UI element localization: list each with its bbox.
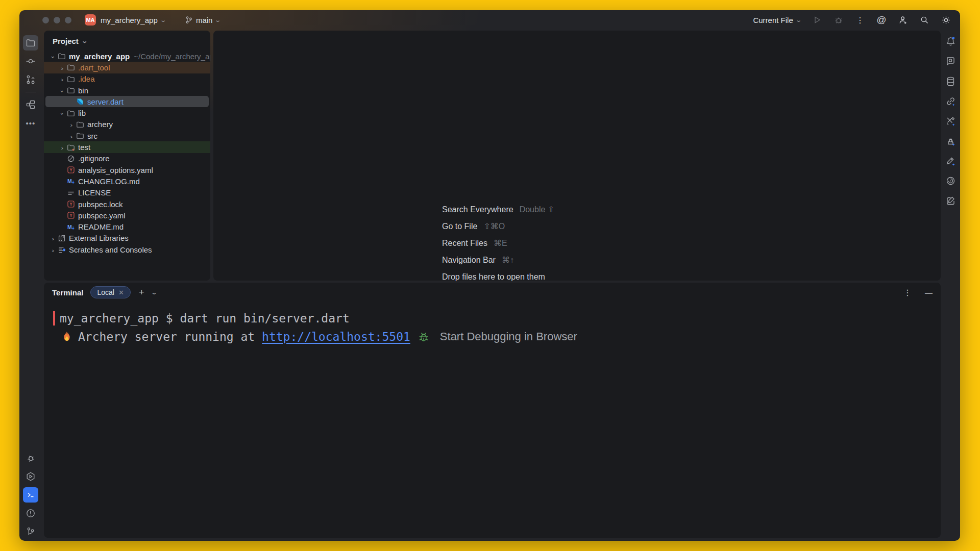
ai-assistant-button[interactable]: @ xyxy=(876,15,887,25)
left-tool-strip: ••• xyxy=(19,30,42,541)
project-tool-icon[interactable] xyxy=(23,35,38,51)
close-window-icon[interactable] xyxy=(42,17,49,23)
services-tool-icon[interactable] xyxy=(23,469,38,484)
tree-item-analysis-options-yaml[interactable]: Yanalysis_options.yaml xyxy=(44,164,210,176)
add-user-button[interactable] xyxy=(898,15,908,25)
version-control-tool-icon[interactable] xyxy=(23,524,38,539)
new-terminal-button[interactable]: + xyxy=(139,287,144,298)
ai-assistant-chat-icon[interactable] xyxy=(945,56,956,67)
ai-edit-pencil-icon[interactable] xyxy=(945,155,956,166)
commit-tool-icon[interactable] xyxy=(23,54,38,69)
tree-item-label: archery xyxy=(87,120,113,129)
chevron-down-icon: ⌄ xyxy=(215,17,222,23)
tree-item-my-archery-app[interactable]: ›my_archery_app~/Code/my_archery_app xyxy=(44,51,210,62)
folder-icon xyxy=(66,86,75,95)
tree-item-label: bin xyxy=(78,86,88,95)
titlebar: MA my_archery_app ⌄ main ⌄ Current File xyxy=(19,10,960,30)
tree-item-label: README.md xyxy=(78,222,124,231)
tree-item-readme-md[interactable]: MREADME.md xyxy=(44,221,210,232)
tree-item-label: .gitignore xyxy=(78,154,110,163)
more-tools-icon[interactable]: ••• xyxy=(23,115,38,131)
pull-requests-tool-icon[interactable] xyxy=(23,72,38,87)
tree-item-changelog-md[interactable]: MCHANGELOG.md xyxy=(44,176,210,187)
tree-chevron-icon[interactable]: › xyxy=(58,86,66,95)
tree-item-label: External Libraries xyxy=(69,234,129,242)
problems-tool-icon[interactable] xyxy=(23,506,38,521)
tree-item--gitignore[interactable]: .gitignore xyxy=(44,153,210,164)
project-badge: MA xyxy=(85,14,96,26)
project-panel-header[interactable]: Project ⌄ xyxy=(44,31,210,48)
tree-item-src[interactable]: ›src xyxy=(44,130,210,141)
editor-empty-area: Search EverywhereDouble ⇧Go to File⇧⌘ORe… xyxy=(213,31,941,281)
dependencies-link-icon[interactable] xyxy=(945,95,956,107)
branch-selector[interactable]: main ⌄ xyxy=(185,16,220,24)
tree-chevron-icon[interactable]: › xyxy=(67,120,76,129)
terminal-command-line: my_archery_app $ dart run bin/server.dar… xyxy=(60,309,350,328)
tree-item-label: .dart_tool xyxy=(78,63,110,72)
tree-item-license[interactable]: LICENSE xyxy=(44,187,210,198)
run-config-label: Current File xyxy=(753,16,793,24)
tree-chevron-icon[interactable]: › xyxy=(49,52,57,61)
tree-chevron-icon[interactable]: › xyxy=(58,143,66,152)
tree-item-archery[interactable]: ›archery xyxy=(44,119,210,130)
project-tree: ›my_archery_app~/Code/my_archery_app›.da… xyxy=(44,51,210,255)
build-tools-icon[interactable] xyxy=(945,115,956,127)
inspections-search-icon[interactable] xyxy=(945,135,956,146)
chevron-down-icon[interactable]: ⌄ xyxy=(150,289,158,296)
settings-gear-icon[interactable] xyxy=(941,15,951,25)
folder-icon xyxy=(66,109,75,117)
tree-item-bin[interactable]: ›bin xyxy=(44,85,210,96)
tree-item-scratches-and-consoles[interactable]: ›Scratches and Consoles xyxy=(44,244,210,255)
maximize-window-icon[interactable] xyxy=(65,17,71,23)
project-selector[interactable]: my_archery_app ⌄ xyxy=(101,16,165,24)
fire-emoji-icon xyxy=(61,330,73,343)
tree-chevron-icon[interactable]: › xyxy=(49,234,57,242)
profiler-icon[interactable] xyxy=(945,175,956,186)
database-icon[interactable] xyxy=(945,76,956,87)
terminal-output[interactable]: my_archery_app $ dart run bin/server.dar… xyxy=(44,302,941,346)
tree-chevron-icon[interactable]: › xyxy=(58,74,66,83)
tree-item--idea[interactable]: ›.idea xyxy=(44,73,210,85)
tree-item-lib[interactable]: ›lib xyxy=(44,107,210,118)
git-branch-icon xyxy=(185,16,193,24)
debug-tool-icon[interactable] xyxy=(23,450,38,466)
tree-item-label: lib xyxy=(78,109,86,117)
tree-chevron-icon[interactable]: › xyxy=(49,245,57,254)
project-panel-title: Project xyxy=(53,37,79,45)
svg-text:Y: Y xyxy=(69,213,72,218)
structure-tool-icon[interactable] xyxy=(23,97,38,112)
window-controls[interactable] xyxy=(42,17,71,23)
debug-button[interactable] xyxy=(834,15,844,25)
tree-item-external-libraries[interactable]: ›External Libraries xyxy=(44,233,210,244)
terminal-tab-local[interactable]: Local ✕ xyxy=(90,286,130,298)
close-tab-icon[interactable]: ✕ xyxy=(118,289,124,296)
tree-item-pubspec-lock[interactable]: Ypubspec.lock xyxy=(44,198,210,210)
search-icon[interactable] xyxy=(919,15,929,25)
svg-text:M: M xyxy=(67,178,72,184)
tree-chevron-icon[interactable]: › xyxy=(58,109,66,117)
minimize-window-icon[interactable] xyxy=(54,17,60,23)
tree-item-server-dart[interactable]: server.dart xyxy=(44,96,210,107)
terminal-tool-icon[interactable] xyxy=(23,487,38,503)
hide-terminal-icon[interactable]: — xyxy=(925,288,933,297)
shortcut-label: Drop files here to open them xyxy=(442,272,545,282)
scratch-edit-icon[interactable] xyxy=(945,195,956,206)
tree-item-test[interactable]: ›test xyxy=(44,141,210,153)
project-path: ~/Code/my_archery_app xyxy=(134,52,210,61)
tree-item--dart-tool[interactable]: ›.dart_tool xyxy=(44,62,210,73)
localhost-link[interactable]: http://localhost:5501 xyxy=(262,328,410,346)
tree-item-pubspec-yaml[interactable]: Ypubspec.yaml xyxy=(44,210,210,221)
start-debugging-action[interactable]: Start Debugging in Browser xyxy=(440,328,577,346)
more-actions-button[interactable]: ⋮ xyxy=(855,15,865,25)
shortcut-hint: Go to File⇧⌘O xyxy=(442,218,554,235)
tree-chevron-icon[interactable]: › xyxy=(58,63,66,72)
terminal-title: Terminal xyxy=(52,288,83,297)
run-button[interactable] xyxy=(812,15,822,25)
terminal-options-icon[interactable]: ⋮ xyxy=(903,288,912,297)
tree-chevron-icon[interactable]: › xyxy=(67,132,76,140)
notifications-icon[interactable] xyxy=(945,36,956,47)
branch-name: main xyxy=(196,16,213,24)
shortcut-keys: Double ⇧ xyxy=(520,205,555,214)
svg-text:M: M xyxy=(67,224,72,230)
run-configuration-selector[interactable]: Current File ⌄ xyxy=(753,16,801,24)
